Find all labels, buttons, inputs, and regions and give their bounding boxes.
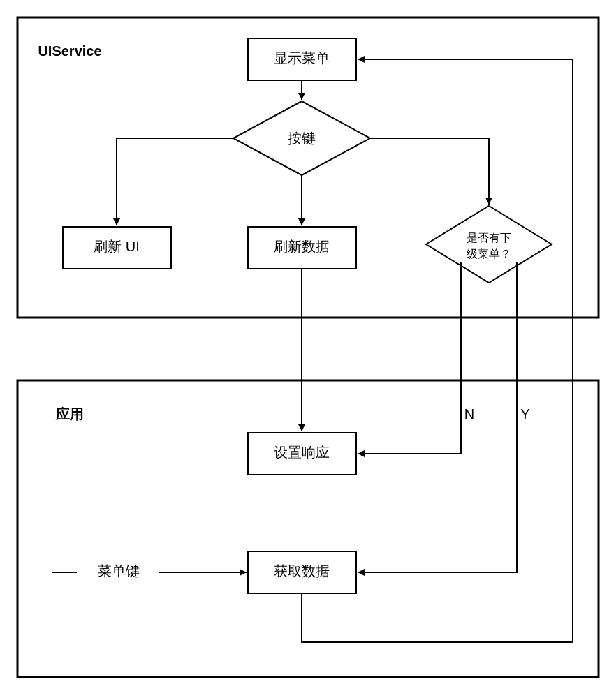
menu-key-label: 菜单键 — [98, 563, 140, 579]
get-data-label: 获取数据 — [274, 563, 330, 579]
arrow-yes-to-get-data — [358, 262, 517, 572]
refresh-ui-label: 刷新 UI — [94, 239, 140, 254]
flowchart-diagram: UIService 应用 显示菜单 按键 刷新 UI 刷新数据 是否有下 级菜单… — [0, 0, 616, 698]
display-menu-label: 显示菜单 — [274, 50, 330, 66]
keypress-label: 按键 — [288, 131, 316, 146]
edge-yes-label: Y — [520, 406, 529, 422]
set-response-label: 设置响应 — [274, 445, 330, 460]
arrow-no-to-set-response — [358, 262, 461, 454]
arrow-keypress-to-has-submenu — [370, 138, 489, 205]
arrow-keypress-to-refresh-ui — [117, 138, 233, 225]
uiservice-title: UIService — [38, 43, 101, 59]
has-submenu-diamond — [426, 206, 552, 283]
has-submenu-label-1: 是否有下 — [467, 232, 511, 244]
application-container — [17, 380, 599, 677]
refresh-data-label: 刷新数据 — [274, 239, 330, 254]
edge-no-label: N — [464, 406, 474, 422]
application-title: 应用 — [55, 406, 84, 422]
has-submenu-label-2: 级菜单？ — [467, 248, 511, 260]
